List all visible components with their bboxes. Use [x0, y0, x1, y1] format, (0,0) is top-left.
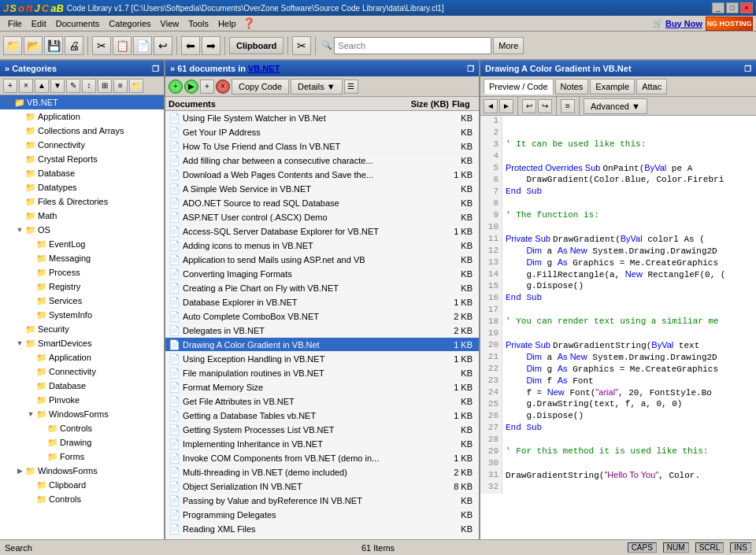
doc-item-17[interactable]: 📄 Drawing A Color Gradient in VB.Net 1 K…: [165, 338, 479, 352]
cat-copy-button[interactable]: ⊞: [98, 79, 112, 93]
tree-item-os[interactable]: ▼ 📁 OS: [0, 223, 164, 237]
doc-item-5[interactable]: 📄 Download a Web Pages Contents and Save…: [165, 168, 479, 182]
doc-item-10[interactable]: 📄 Adding icons to menus in VB.NET KB: [165, 239, 479, 253]
tree-item-connectivity[interactable]: 📁 Connectivity: [0, 138, 164, 152]
minimize-button[interactable]: _: [712, 2, 724, 13]
tree-item-sd-connectivity[interactable]: 📁 Connectivity: [0, 364, 164, 379]
tree-toggle-smartdevices[interactable]: ▼: [14, 339, 25, 347]
cat-add-button[interactable]: +: [3, 79, 17, 93]
cat-sort-button[interactable]: ↕: [82, 79, 96, 93]
cat-up-button[interactable]: ▲: [35, 79, 49, 93]
doc-view-button[interactable]: ☰: [344, 80, 358, 94]
cat-delete-button[interactable]: ×: [19, 79, 33, 93]
tree-item-registry[interactable]: 📁 Registry: [0, 279, 164, 294]
tree-item-process[interactable]: 📁 Process: [0, 265, 164, 279]
doc-item-11[interactable]: 📄 Application to send Mails using ASP.ne…: [165, 253, 479, 267]
menu-file[interactable]: File: [3, 18, 27, 29]
toolbar-btn-7[interactable]: 📄: [133, 36, 152, 55]
search-input[interactable]: [334, 37, 491, 54]
tree-item-eventlog[interactable]: 📁 EventLog: [0, 237, 164, 251]
tree-item-sd-application[interactable]: 📁 Application: [0, 350, 164, 364]
toolbar-btn-10[interactable]: ➡: [202, 36, 220, 55]
tree-toggle-vbnet[interactable]: ▼: [3, 98, 14, 106]
doc-item-13[interactable]: 📄 Creating a Pie Chart on Fly with VB.NE…: [165, 281, 479, 295]
tree-toggle-windowsforms[interactable]: ▶: [14, 467, 25, 475]
tree-item-drawing[interactable]: 📁 Drawing: [0, 435, 164, 450]
toolbar-btn-5[interactable]: ✂: [92, 36, 111, 55]
doc-item-25[interactable]: 📄 Invoke COM Components from VB.NET (dem…: [165, 451, 479, 465]
documents-expand-icon[interactable]: ❐: [467, 65, 474, 73]
tree-item-datatypes[interactable]: 📁 Datatypes: [0, 180, 164, 194]
menu-categories[interactable]: Categories: [104, 18, 155, 29]
tree-item-sd-database[interactable]: 📁 Database: [0, 379, 164, 393]
ng-hosting-banner[interactable]: NG HOSTING: [706, 17, 753, 31]
tree-item-controls[interactable]: 📁 Controls: [0, 421, 164, 435]
cat-view-button[interactable]: ≡: [113, 79, 128, 93]
doc-item-15[interactable]: 📄 Auto Complete ComboBox VB.NET 2 KB: [165, 309, 479, 324]
tree-item-services[interactable]: 📁 Services: [0, 294, 164, 308]
menu-help[interactable]: Help: [213, 18, 241, 29]
menu-documents[interactable]: Documents: [51, 18, 105, 29]
tree-item-crystal[interactable]: 📁 Crystal Reports: [0, 152, 164, 166]
tree-item-application[interactable]: 📁 Application: [0, 109, 164, 124]
doc-item-20[interactable]: 📄 Format Memory Size 1 KB: [165, 380, 479, 394]
tree-item-clipboard[interactable]: 📁 Clipboard: [0, 478, 164, 492]
doc-item-6[interactable]: 📄 A Simple Web Service in VB.NET KB: [165, 182, 479, 196]
toolbar-btn-9[interactable]: ⬅: [181, 36, 200, 55]
close-button[interactable]: ×: [740, 2, 753, 13]
tree-toggle-sd-windowsforms[interactable]: ▼: [25, 410, 36, 418]
doc-item-24[interactable]: 📄 Implementing Inheritance in VB.NET KB: [165, 437, 479, 451]
doc-add-button[interactable]: +: [169, 80, 183, 94]
toolbar-btn-2[interactable]: 📂: [24, 36, 43, 55]
cat-down-button[interactable]: ▼: [50, 79, 65, 93]
code-undo[interactable]: ↩: [522, 99, 536, 113]
vbnet-link[interactable]: VB.NET: [248, 64, 280, 73]
tree-item-windowsforms[interactable]: ▶ 📁 WindowsForms: [0, 464, 164, 478]
tree-item-files[interactable]: 📁 Files & Directories: [0, 194, 164, 209]
tab-notes[interactable]: Notes: [555, 79, 589, 94]
tree-item-vbnet[interactable]: ▼ 📁 VB.NET: [0, 95, 164, 109]
menu-view[interactable]: View: [156, 18, 184, 29]
tree-item-smartdevices[interactable]: ▼ 📁 SmartDevices: [0, 336, 164, 350]
doc-item-22[interactable]: 📄 Getting a Database Tables vb.NET 1 KB: [165, 409, 479, 423]
code-format[interactable]: ≡: [561, 99, 575, 113]
copy-code-button[interactable]: Copy Code: [232, 79, 289, 94]
maximize-button[interactable]: □: [726, 2, 739, 13]
doc-play-button[interactable]: ▶: [184, 80, 198, 94]
clipboard-button[interactable]: Clipboard: [229, 37, 284, 54]
menu-tools[interactable]: Tools: [183, 18, 213, 29]
advanced-dropdown[interactable]: Advanced ▼: [584, 98, 647, 114]
tree-item-sd-windowsforms[interactable]: ▼ 📁 WindowsForms: [0, 407, 164, 421]
tree-item-pinvoke[interactable]: 📁 Pinvoke: [0, 393, 164, 407]
doc-item-3[interactable]: 📄 How To Use Friend and Class In VB.NET …: [165, 139, 479, 154]
tree-item-messaging[interactable]: 📁 Messaging: [0, 251, 164, 265]
help-icon[interactable]: ❓: [243, 17, 255, 29]
cat-edit-button[interactable]: ✎: [66, 79, 80, 93]
doc-item-4[interactable]: 📄 Add filling char between a consecutive…: [165, 154, 479, 168]
code-redo[interactable]: ↪: [538, 99, 552, 113]
code-panel-expand-icon[interactable]: ❐: [744, 65, 751, 73]
doc-new-button[interactable]: +: [200, 80, 214, 94]
code-editor[interactable]: 1 2 3 ' It can be used like this: 4 5 Pr…: [480, 116, 756, 539]
tab-preview-code[interactable]: Preview / Code: [484, 79, 554, 94]
toolbar-scissors-icon[interactable]: ✂: [292, 36, 311, 55]
doc-item-28[interactable]: 📄 Passing by Value and byReference IN VB…: [165, 494, 479, 508]
doc-item-2[interactable]: 📄 Get Your IP Address KB: [165, 125, 479, 139]
doc-item-7[interactable]: 📄 ADO.NET Source to read SQL Database KB: [165, 196, 479, 210]
toolbar-btn-8[interactable]: ↩: [154, 36, 172, 55]
toolbar-btn-3[interactable]: 💾: [44, 36, 63, 55]
cat-import-button[interactable]: 📁: [129, 79, 143, 93]
code-nav-prev[interactable]: ◄: [484, 99, 498, 113]
doc-item-23[interactable]: 📄 Getting System Processes List VB.NET K…: [165, 423, 479, 437]
tab-example[interactable]: Example: [590, 79, 635, 94]
tree-item-systeminfo[interactable]: 📁 SystemInfo: [0, 308, 164, 322]
doc-item-8[interactable]: 📄 ASP.NET User control (.ASCX) Demo KB: [165, 210, 479, 224]
tree-item-security[interactable]: 📁 Security: [0, 322, 164, 336]
doc-item-27[interactable]: 📄 Object Serialization IN VB.NET 8 KB: [165, 479, 479, 494]
doc-item-30[interactable]: 📄 Reading XML Files KB: [165, 522, 479, 536]
tree-item-controls2[interactable]: 📁 Controls: [0, 492, 164, 506]
tree-item-forms[interactable]: 📁 Forms: [0, 450, 164, 464]
tree-item-database[interactable]: 📁 Database: [0, 166, 164, 180]
doc-item-16[interactable]: 📄 Delegates in VB.NET 2 KB: [165, 324, 479, 338]
tree-toggle-os[interactable]: ▼: [14, 226, 25, 234]
